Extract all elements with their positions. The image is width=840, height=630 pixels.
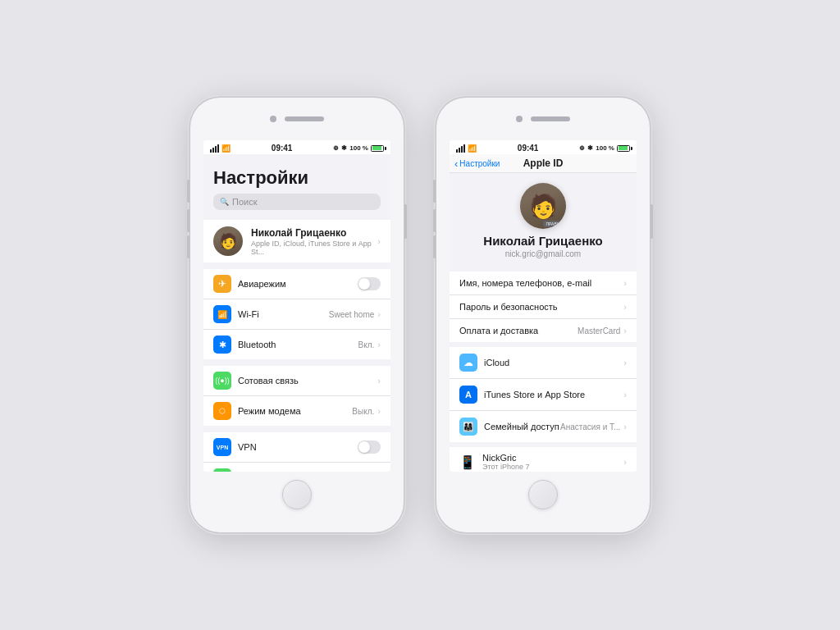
settings-row-wifi[interactable]: 📶 Wi-Fi Sweet home › (203, 299, 390, 330)
apple-id-email: nick.gric@gmail.com (505, 249, 581, 258)
search-bar[interactable]: 🔍 Поиск (213, 194, 381, 210)
chevron-name: › (623, 278, 627, 288)
settings-row-cellular[interactable]: ((●)) Сотовая связь › (203, 366, 390, 396)
bluetooth-icon-right: ✱ (587, 144, 593, 152)
battery-icon-right (617, 145, 630, 152)
bluetooth-icon-status: ✱ (341, 144, 347, 152)
vpn-label: VPN (238, 442, 358, 452)
airplane-icon: ✈ (213, 275, 231, 293)
camera-right (516, 116, 523, 122)
big-avatar[interactable]: 🧑 ПРАВКА (520, 183, 566, 229)
row-icloud[interactable]: ☁ iCloud › (450, 347, 637, 379)
home-button-left[interactable] (282, 480, 312, 509)
row-password[interactable]: Пароль и безопасность › (450, 295, 637, 319)
row-payment[interactable]: Оплата и доставка MasterCard › (450, 319, 637, 342)
appstore-icon: A (459, 386, 477, 404)
label-password: Пароль и безопасность (459, 302, 623, 312)
iphone-device-icon: 📱 (459, 454, 476, 470)
signal-icon-right (456, 144, 465, 153)
settings-row-vpn[interactable]: VPN VPN (203, 432, 390, 463)
search-icon: 🔍 (220, 198, 229, 206)
screen-left: 📶 09:41 ⊕ ✱ 100 % Настройки 🔍 (203, 140, 390, 472)
family-icon: 👨‍👩‍👧 (459, 418, 477, 436)
apple-id-section-2: ☁ iCloud › A iTunes Store и App Store › … (450, 347, 637, 442)
apple-id-name: Николай Грицаенко (483, 234, 602, 248)
label-family: Семейный доступ (484, 422, 560, 431)
row-name-phones[interactable]: Имя, номера телефонов, e-mail › (450, 272, 637, 295)
family-value: Анастасия и Т... (560, 422, 620, 431)
chevron-password: › (623, 302, 627, 312)
label-payment: Оплата и доставка (459, 326, 578, 336)
chevron-bluetooth: › (377, 340, 381, 349)
label-itunes-appstore: iTunes Store и App Store (484, 390, 623, 399)
iphone-left: 📶 09:41 ⊕ ✱ 100 % Настройки 🔍 (190, 98, 404, 532)
profile-sub-left: Apple ID, iCloud, iTunes Store и App St.… (251, 240, 377, 256)
chevron-cellular: › (377, 376, 381, 386)
wifi-value: Sweet home (329, 310, 375, 319)
home-button-right[interactable] (528, 480, 558, 509)
battery-pct: 100 % (349, 144, 368, 152)
row-itunes-appstore[interactable]: A iTunes Store и App Store › (450, 379, 637, 411)
nav-back-button[interactable]: ‹ Настройки (454, 158, 500, 170)
apple-id-section-1: Имя, номера телефонов, e-mail › Пароль и… (450, 272, 637, 342)
edit-badge[interactable]: ПРАВКА (543, 221, 564, 227)
apple-id-profile: 🧑 ПРАВКА Николай Грицаенко nick.gric@gma… (450, 173, 637, 267)
chevron-wifi: › (377, 309, 381, 319)
profile-info-left: Николай Грицаенко Apple ID, iCloud, iTun… (251, 227, 377, 256)
chevron-icloud: › (623, 358, 627, 368)
label-name-phones: Имя, номера телефонов, e-mail (459, 278, 623, 288)
iphone-right: 📶 09:41 ⊕ ✱ 100 % ‹ Настройки A (436, 98, 650, 532)
speaker-right (531, 116, 570, 121)
device-row-iphone[interactable]: 📱 NickGric Этот iPhone 7 › (450, 447, 637, 472)
location-icon-right: ⊕ (579, 144, 585, 152)
status-bar-right: 📶 09:41 ⊕ ✱ 100 % (450, 140, 637, 154)
settings-row-airplane[interactable]: ✈ Авиарежим (203, 269, 390, 299)
wifi-icon: 📶 (221, 144, 231, 153)
row-family[interactable]: 👨‍👩‍👧 Семейный доступ Анастасия и Т... › (450, 411, 637, 442)
nav-title-right: Apple ID (523, 158, 564, 169)
chevron-device-iphone: › (623, 457, 627, 467)
hotspot-label: Режим модема (238, 406, 352, 416)
status-time-right: 09:41 (518, 144, 539, 153)
speaker-left (285, 116, 324, 121)
battery-pct-right: 100 % (596, 144, 614, 152)
scene: 📶 09:41 ⊕ ✱ 100 % Настройки 🔍 (190, 98, 650, 532)
signal-icon (210, 144, 219, 153)
screen-right: 📶 09:41 ⊕ ✱ 100 % ‹ Настройки A (450, 140, 637, 472)
apple-id-section-3: 📱 NickGric Этот iPhone 7 › ⌚ Apple Watch… (450, 447, 637, 472)
chevron-family: › (623, 422, 627, 431)
vpn-toggle[interactable] (358, 441, 381, 454)
battery-icon-left (371, 145, 384, 152)
chevron-payment: › (623, 326, 627, 336)
settings-section-3: VPN VPN 📞 Оператор UA-KYIVSTAR › (203, 432, 390, 472)
hotspot-icon: ⬡ (213, 402, 231, 420)
airplane-toggle[interactable] (358, 277, 381, 290)
cellular-label: Сотовая связь (238, 376, 377, 386)
hotspot-value: Выкл. (352, 407, 374, 416)
location-icon: ⊕ (333, 144, 339, 152)
phone-bottom-right (436, 472, 650, 518)
settings-row-carrier[interactable]: 📞 Оператор UA-KYIVSTAR › (203, 463, 390, 472)
phone-top-left (190, 98, 404, 140)
wifi-row-icon: 📶 (213, 305, 231, 323)
status-bar-left: 📶 09:41 ⊕ ✱ 100 % (203, 140, 390, 154)
icloud-icon: ☁ (459, 354, 477, 372)
bluetooth-row-icon: ✱ (213, 336, 231, 354)
apple-id-content: 🧑 ПРАВКА Николай Грицаенко nick.gric@gma… (450, 173, 637, 472)
wifi-label: Wi-Fi (238, 309, 329, 319)
back-arrow-icon: ‹ (454, 158, 458, 170)
vpn-icon: VPN (213, 438, 231, 456)
device-name-iphone: NickGric (482, 453, 623, 463)
device-sub-iphone: Этот iPhone 7 (482, 463, 623, 471)
phone-top-right (436, 98, 650, 140)
nav-bar-right: ‹ Настройки Apple ID (450, 154, 637, 173)
avatar-face-left: 🧑 (213, 226, 243, 256)
chevron-hotspot: › (377, 406, 381, 416)
payment-value: MasterCard (578, 326, 620, 336)
settings-section-2: ((●)) Сотовая связь › ⬡ Режим модема Вык… (203, 366, 390, 426)
settings-row-bluetooth[interactable]: ✱ Bluetooth Вкл. › (203, 330, 390, 359)
settings-row-hotspot[interactable]: ⬡ Режим модема Выкл. › (203, 396, 390, 426)
label-icloud: iCloud (484, 358, 623, 368)
search-placeholder: Поиск (232, 197, 257, 207)
profile-row-left[interactable]: 🧑 Николай Грицаенко Apple ID, iCloud, iT… (203, 220, 390, 262)
